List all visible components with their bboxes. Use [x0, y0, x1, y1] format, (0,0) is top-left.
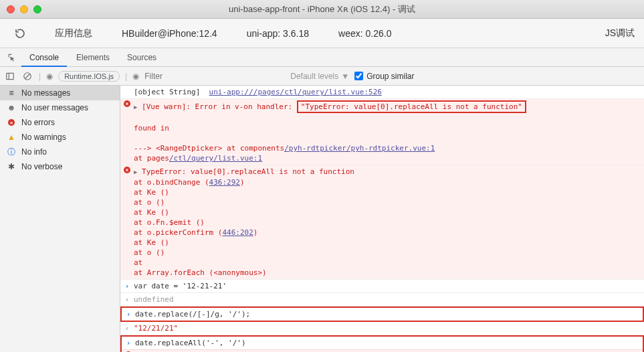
source-link[interactable]: 436:292 [209, 178, 240, 187]
verbose-icon: ✱ [7, 162, 16, 171]
svg-rect-0 [7, 73, 14, 79]
input-row: › date.replaceAll('-', '/') [122, 337, 643, 350]
error-row: × ▶ [Vue warn]: Error in v-on handler: "… [120, 99, 644, 165]
eye-icon[interactable]: ◉ [46, 72, 53, 81]
error-row: × ▶ TypeError: value[0].replaceAll is no… [120, 165, 644, 280]
sidebar-item-messages[interactable]: ≡No messages [0, 86, 120, 100]
toolbar-builder: HBuilder@iPhone:12.4 [107, 28, 232, 39]
sidebar-item-errors[interactable]: ×No errors [0, 115, 120, 130]
source-link[interactable]: /ctl/query/list.vue:1 [169, 154, 262, 163]
highlight-group: › date.replaceAll('-', '/') × ▶ Uncaught… [120, 335, 644, 352]
output-row: ‹ undefined [120, 293, 644, 306]
window-minimize-button[interactable] [20, 5, 28, 13]
input-row: › date.replace(/[-]/g, '/'); [120, 306, 644, 322]
context-selector[interactable]: Runtime.IOS.js [58, 71, 120, 82]
warning-icon: ▲ [7, 133, 16, 142]
prompt-icon: › [126, 338, 131, 348]
error-icon: × [7, 118, 16, 127]
expand-icon[interactable]: ▶ [134, 104, 137, 110]
reload-button[interactable] [0, 27, 40, 39]
svg-line-3 [25, 74, 30, 78]
info-icon: ⓘ [7, 147, 16, 157]
input-row: › var date = '12-21-21' [120, 280, 644, 293]
toolbar-uniapp: uni-app: 3.6.18 [232, 28, 324, 39]
sidebar: ≡No messages ☻No user messages ×No error… [0, 86, 120, 352]
result-icon: ‹ [125, 323, 130, 333]
sidebar-item-user[interactable]: ☻No user messages [0, 100, 120, 115]
tab-sources[interactable]: Sources [119, 48, 165, 67]
highlight-box: "TypeError: value[0].replaceAll is not a… [297, 100, 526, 113]
sidebar-item-warnings[interactable]: ▲No warnings [0, 130, 120, 145]
result-icon: ‹ [125, 294, 130, 304]
filter-input[interactable] [144, 72, 285, 81]
chevron-down-icon: ▼ [341, 72, 349, 81]
toolbar-appinfo[interactable]: 应用信息 [40, 27, 107, 39]
reload-icon [14, 27, 26, 39]
output-row: ‹ "12/21/21" [120, 322, 644, 335]
hamburger-icon: ≡ [7, 88, 16, 98]
tab-console[interactable]: Console [21, 48, 67, 67]
toolbar-jsdebug[interactable]: JS调试 [596, 27, 644, 39]
toggle-sidebar-button[interactable] [4, 72, 16, 81]
main-toolbar: 应用信息 HBuilder@iPhone:12.4 uni-app: 3.6.1… [0, 19, 644, 48]
sidebar-icon [5, 72, 15, 81]
console-toolbar: | ◉ Runtime.IOS.js | ◉ Default levels ▼ … [0, 67, 644, 86]
inspect-element-button[interactable] [4, 53, 20, 62]
clear-icon [23, 72, 32, 81]
toolbar-weex: weex: 0.26.0 [324, 28, 406, 39]
log-levels-select[interactable]: Default levels ▼ [290, 72, 349, 81]
window-close-button[interactable] [7, 5, 15, 13]
window-maximize-button[interactable] [33, 5, 41, 13]
group-similar-checkbox[interactable]: Group similar [354, 72, 414, 81]
error-icon: × [124, 100, 130, 107]
inspect-icon [7, 53, 17, 62]
console-output[interactable]: [object String] uni-app:///pages/ctl/que… [120, 86, 644, 352]
main-area: ≡No messages ☻No user messages ×No error… [0, 86, 644, 352]
separator: | [125, 72, 127, 81]
source-link[interactable]: 446:202 [222, 228, 253, 237]
sidebar-item-info[interactable]: ⓘNo info [0, 145, 120, 159]
sidebar-item-verbose[interactable]: ✱No verbose [0, 159, 120, 174]
log-row: [object String] uni-app:///pages/ctl/que… [120, 86, 644, 99]
tab-elements[interactable]: Elements [68, 48, 118, 67]
window-titlebar: uni-base-app-front - iPhone Xʀ (iOS 12.4… [0, 0, 644, 19]
clear-console-button[interactable] [21, 72, 33, 81]
source-link[interactable]: /pyh-rdtpicker/pyh-rdtpicker.vue:1 [284, 144, 435, 153]
window-title: uni-base-app-front - iPhone Xʀ (iOS 12.4… [229, 3, 415, 15]
user-icon: ☻ [7, 103, 16, 112]
prompt-icon: › [126, 309, 131, 319]
devtools-tabbar: Console Elements Sources [0, 48, 644, 67]
prompt-icon: › [125, 281, 130, 291]
source-link[interactable]: uni-app:///pages/ctl/query/list.vue:526 [209, 88, 382, 96]
error-icon: × [124, 167, 130, 173]
separator: | [39, 72, 41, 81]
expand-icon[interactable]: ▶ [134, 169, 137, 175]
eye-icon-2[interactable]: ◉ [132, 72, 139, 81]
